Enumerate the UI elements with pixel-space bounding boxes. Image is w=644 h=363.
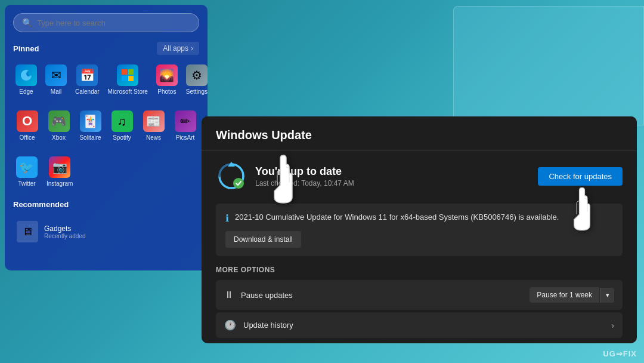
app-msstore[interactable]: Microsoft Store (106, 62, 150, 97)
news-icon: 📰 (143, 110, 165, 132)
pause-updates-label: Pause updates (241, 291, 293, 300)
status-title: You're up to date (255, 165, 354, 178)
pause-updates-left: ⏸ Pause updates (224, 290, 293, 300)
spotify-icon: ♫ (112, 110, 133, 132)
rec-text-block: Gadgets Recently added (44, 224, 86, 239)
picsart-icon: ✏ (175, 110, 196, 132)
pinned-grid-row2: O Office 🎮 Xbox 🃏 Solitaire ♫ Spotify 📰 … (13, 108, 199, 143)
app-mail[interactable]: ✉ Mail (43, 62, 69, 97)
app-settings[interactable]: ⚙ Settings (184, 62, 210, 97)
gadgets-sub: Recently added (44, 233, 86, 239)
update-spinner (216, 161, 247, 192)
rec-gadgets[interactable]: 🖥 Gadgets Recently added (13, 216, 199, 247)
xbox-label: Xbox (52, 134, 66, 141)
search-icon: 🔍 (22, 18, 32, 27)
all-apps-button[interactable]: All apps › (157, 42, 199, 55)
pinned-grid-row3: 🐦 Twitter 📷 Instagram (13, 154, 199, 189)
available-update-header: ℹ 2021-10 Cumulative Update for Windows … (225, 212, 613, 224)
svg-rect-0 (122, 69, 127, 75)
windows-update-panel: Windows Update You're up to date (202, 116, 637, 343)
mail-label: Mail (51, 88, 61, 95)
recommended-label: Recommended (13, 200, 69, 209)
pinned-label: Pinned (13, 44, 39, 53)
xbox-icon: 🎮 (48, 110, 70, 132)
available-update-text: 2021-10 Cumulative Update for Windows 11… (235, 212, 559, 223)
pause-btn-group: Pause for 1 week ▾ (530, 287, 614, 303)
solitaire-icon: 🃏 (80, 110, 101, 132)
svg-point-5 (233, 178, 244, 189)
app-solitaire[interactable]: 🃏 Solitaire (76, 108, 104, 143)
available-update-box: ℹ 2021-10 Cumulative Update for Windows … (216, 204, 623, 256)
status-left: You're up to date Last checked: Today, 1… (216, 161, 354, 192)
check-updates-button[interactable]: Check for updates (538, 167, 623, 186)
pause-dropdown-button[interactable]: ▾ (600, 288, 614, 303)
pinned-header: Pinned All apps › (13, 42, 199, 55)
app-office[interactable]: O Office (13, 108, 41, 143)
mail-icon: ✉ (45, 64, 67, 86)
pause-for-1-week-button[interactable]: Pause for 1 week (530, 287, 599, 303)
update-history-left: 🕐 Update history (224, 319, 293, 331)
status-text: You're up to date Last checked: Today, 1… (255, 165, 354, 187)
pause-updates-row[interactable]: ⏸ Pause updates Pause for 1 week ▾ (216, 280, 623, 310)
app-news[interactable]: 📰 News (140, 108, 168, 143)
gadgets-name: Gadgets (44, 224, 86, 233)
gadgets-icon: 🖥 (17, 221, 38, 242)
recommended-header: Recommended (13, 200, 199, 209)
photos-label: Photos (157, 88, 176, 95)
twitter-icon: 🐦 (16, 156, 38, 178)
spotify-label: Spotify (113, 134, 131, 141)
app-picsart[interactable]: ✏ PicsArt (171, 108, 199, 143)
instagram-label: Instagram (47, 180, 73, 187)
settings-label: Settings (186, 88, 208, 95)
search-input[interactable] (37, 19, 190, 27)
office-label: Office (20, 134, 35, 141)
calendar-label: Calendar (75, 88, 100, 95)
history-icon: 🕐 (224, 319, 236, 331)
chevron-right-icon: › (191, 44, 193, 53)
twitter-label: Twitter (18, 180, 35, 187)
update-history-label: Update history (243, 321, 293, 330)
watermark: UG⇒FIX (603, 349, 637, 358)
edge-label: Edge (19, 88, 33, 95)
app-spotify[interactable]: ♫ Spotify (108, 108, 136, 143)
status-subtitle: Last checked: Today, 10:47 AM (255, 179, 354, 187)
app-instagram[interactable]: 📷 Instagram (44, 154, 75, 189)
info-icon: ℹ (225, 213, 229, 224)
app-twitter[interactable]: 🐦 Twitter (13, 154, 41, 189)
app-calendar[interactable]: 📅 Calendar (73, 62, 102, 97)
update-panel-title: Windows Update (216, 128, 312, 141)
search-bar[interactable]: 🔍 (13, 13, 199, 32)
msstore-label: Microsoft Store (108, 88, 148, 95)
chevron-right-icon: › (611, 321, 614, 330)
more-options-title: More options (216, 266, 623, 274)
office-icon: O (17, 110, 38, 132)
msstore-icon (117, 64, 138, 86)
update-content: You're up to date Last checked: Today, 1… (202, 151, 637, 343)
instagram-icon: 📷 (49, 156, 70, 178)
solitaire-label: Solitaire (79, 134, 101, 141)
calendar-icon: 📅 (76, 64, 98, 86)
svg-rect-3 (128, 76, 134, 81)
settings-icon: ⚙ (186, 64, 208, 86)
update-title-bar: Windows Update (202, 116, 637, 151)
news-label: News (146, 134, 161, 141)
update-status-row: You're up to date Last checked: Today, 1… (216, 161, 623, 192)
app-edge[interactable]: Edge (13, 62, 39, 97)
svg-rect-2 (122, 76, 127, 81)
download-install-button[interactable]: Download & install (225, 231, 301, 248)
edge-icon (16, 64, 37, 86)
pause-icon: ⏸ (224, 290, 234, 300)
recommended-section: Recommended 🖥 Gadgets Recently added (13, 200, 199, 247)
app-xbox[interactable]: 🎮 Xbox (45, 108, 73, 143)
photos-icon: 🌄 (156, 64, 178, 86)
picsart-label: PicsArt (176, 134, 195, 141)
desktop-window-shape (453, 6, 644, 125)
more-options-section: More options ⏸ Pause updates Pause for 1… (216, 266, 623, 338)
start-menu: 🔍 Pinned All apps › Edge ✉ Mail 📅 Calend… (5, 5, 208, 270)
pinned-grid-row1: Edge ✉ Mail 📅 Calendar Microsoft Store 🌄 (13, 62, 199, 97)
svg-rect-1 (128, 69, 134, 75)
app-photos[interactable]: 🌄 Photos (154, 62, 180, 97)
update-history-row[interactable]: 🕐 Update history › (216, 312, 623, 338)
